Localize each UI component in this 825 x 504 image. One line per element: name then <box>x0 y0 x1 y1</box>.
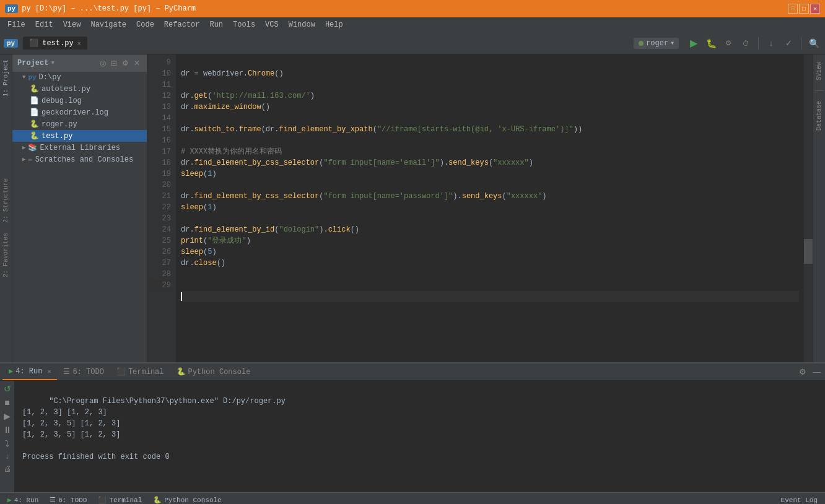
collapse-all-button[interactable]: ⊟ <box>109 58 119 68</box>
tree-item-label-extlibs: External Libraries <box>40 144 120 152</box>
todo-action-tab[interactable]: ☰ 6: TODO <box>45 495 92 504</box>
tree-item-label-rogerpy: roger.py <box>41 120 77 129</box>
tree-item-geckolog[interactable]: 📄 geckodriver.log <box>12 106 147 118</box>
project-dropdown-icon[interactable]: ▼ <box>51 60 54 66</box>
favorites-tab[interactable]: 2: Favorites <box>1 228 11 282</box>
tree-item-ext-libs[interactable]: ▶ 📚 External Libraries <box>12 142 147 154</box>
menu-code[interactable]: Code <box>131 19 159 30</box>
run-tab[interactable]: ▶ 4: Run ✕ <box>2 363 57 380</box>
python-console-tab[interactable]: 🐍 Python Console <box>170 363 257 380</box>
py-file-icon-test: 🐍 <box>30 131 39 141</box>
folder-expand-icon: ▼ <box>22 74 25 80</box>
run-minimize-button[interactable]: — <box>811 367 823 377</box>
bottom-panel: ▶ 4: Run ✕ ☰ 6: TODO ⬛ Terminal 🐍 Python… <box>0 362 825 492</box>
tree-item-testpy[interactable]: 🐍 test.py <box>12 130 147 142</box>
menu-window[interactable]: Window <box>284 19 320 30</box>
tree-item-debuglog[interactable]: 📄 debug.log <box>12 95 147 106</box>
run-settings-button[interactable]: ⚙ <box>797 367 808 377</box>
stop-button[interactable]: ■ <box>2 397 11 408</box>
tree-item-label-geckolog: geckodriver.log <box>41 108 108 117</box>
search-everywhere-button[interactable]: 🔍 <box>806 36 821 51</box>
run-output-text: "C:\Program Files\Python37\python.exe" D… <box>22 397 286 461</box>
python-console-label: Python Console <box>188 368 251 376</box>
maximize-button[interactable]: □ <box>799 4 809 14</box>
vcs-update-button[interactable]: ↓ <box>764 36 779 51</box>
titlebar-left: py py [D:\py] – ...\test.py [py] – PyCha… <box>5 4 196 13</box>
project-settings-button[interactable]: ⚙ <box>120 58 131 68</box>
tree-item-label-debuglog: debug.log <box>41 97 82 105</box>
run-left-tools: ↺ ■ ▶ ⏸ ⤵ ↓ 🖨 <box>0 381 15 492</box>
menu-edit[interactable]: Edit <box>30 19 58 30</box>
event-log-tab[interactable]: Event Log <box>776 495 823 505</box>
print-button[interactable]: 🖨 <box>2 464 13 474</box>
tree-item-autotest[interactable]: 🐍 autotest.py <box>12 83 147 95</box>
bottom-content: ↺ ■ ▶ ⏸ ⤵ ↓ 🖨 "C:\Program Files\Python37… <box>0 381 825 492</box>
run-action-tab[interactable]: ▶ 4: Run <box>2 495 43 504</box>
minimize-button[interactable]: — <box>788 4 798 14</box>
project-panel: Project ▼ ◎ ⊟ ⚙ ✕ ▼ py D:\py 🐍 autotest.… <box>12 54 147 362</box>
run-action-label: 4: Run <box>14 497 39 504</box>
menu-tools[interactable]: Tools <box>228 19 260 30</box>
menu-navigate[interactable]: Navigate <box>85 19 131 30</box>
debug-button[interactable]: 🐛 <box>704 36 718 51</box>
profiler-button[interactable]: ⏱ <box>738 36 753 51</box>
todo-tab[interactable]: ☰ 6: TODO <box>57 363 110 380</box>
log-file-icon-debug: 📄 <box>30 96 39 105</box>
rerun-button[interactable]: ↺ <box>2 383 13 394</box>
run-action-icon: ▶ <box>7 496 12 504</box>
menu-refactor[interactable]: Refactor <box>159 19 205 30</box>
run-tab-close[interactable]: ✕ <box>47 368 51 375</box>
menu-run[interactable]: Run <box>204 19 228 30</box>
toolbar-tab-test[interactable]: ⬛ test.py ✕ <box>23 37 87 50</box>
tree-item-label-autotest: autotest.py <box>41 85 90 93</box>
menu-view[interactable]: View <box>58 19 86 30</box>
todo-tab-label: 6: TODO <box>72 368 103 376</box>
tree-root-py[interactable]: ▼ py D:\py <box>12 72 147 83</box>
code-editor[interactable]: dr = webdriver.Chrome() dr.get('http://m… <box>176 54 804 362</box>
tree-item-scratches[interactable]: ▶ ✏ Scratches and Consoles <box>12 154 147 165</box>
sidebar-project-tab[interactable]: 1: Project <box>1 54 11 102</box>
database-tab[interactable]: Database <box>814 96 824 136</box>
code-minimap <box>804 54 813 362</box>
line-numbers: 9 10 11 12 13 14 15 16 17 18 19 20 21 22… <box>147 54 176 362</box>
close-button[interactable]: ✕ <box>810 4 820 14</box>
terminal-tab[interactable]: ⬛ Terminal <box>110 363 170 380</box>
tab-close-icon[interactable]: ✕ <box>77 40 81 47</box>
locate-file-button[interactable]: ◎ <box>98 58 108 68</box>
run-tab-label: 4: Run <box>15 367 42 376</box>
py-file-icon-roger: 🐍 <box>30 119 39 129</box>
ext-libs-expand-icon: ▶ <box>22 144 25 151</box>
vcs-commit-button[interactable]: ✓ <box>781 36 796 51</box>
run-with-coverage-button[interactable]: ⚙ <box>721 36 736 51</box>
run-tab-icon: ▶ <box>9 367 13 376</box>
project-close-button[interactable]: ✕ <box>132 58 142 68</box>
todo-action-label: 6: TODO <box>58 497 87 504</box>
terminal-action-label: Terminal <box>109 497 142 504</box>
run-config-selector[interactable]: roger ▼ <box>634 38 679 49</box>
menu-file[interactable]: File <box>2 19 30 30</box>
terminal-tab-label: Terminal <box>128 368 164 376</box>
python-console-action-tab[interactable]: 🐍 Python Console <box>148 495 226 504</box>
bottom-action-bar: ▶ 4: Run ☰ 6: TODO ⬛ Terminal 🐍 Python C… <box>0 492 825 504</box>
app-py-icon: py <box>5 4 18 13</box>
project-header-left: Project ▼ <box>17 59 55 67</box>
code-container[interactable]: 9 10 11 12 13 14 15 16 17 18 19 20 21 22… <box>147 54 813 362</box>
file-icon: ⬛ <box>29 38 38 48</box>
structure-tab[interactable]: 2: Structure <box>1 173 11 228</box>
ext-libs-icon: 📚 <box>28 143 37 152</box>
run-button[interactable]: ▶ <box>686 36 701 51</box>
scroll-to-end-button[interactable]: ↓ <box>4 451 11 461</box>
minimap-scroll-thumb[interactable] <box>804 239 813 264</box>
menu-help[interactable]: Help <box>320 19 348 30</box>
pause-button[interactable]: ⏸ <box>1 424 14 435</box>
step-over-button[interactable]: ⤵ <box>3 438 11 449</box>
tree-item-rogerpy[interactable]: 🐍 roger.py <box>12 118 147 130</box>
sview-tab[interactable]: SView <box>814 57 824 85</box>
menu-vcs[interactable]: VCS <box>260 19 284 30</box>
resume-button[interactable]: ▶ <box>2 411 12 422</box>
log-file-icon-gecko: 📄 <box>30 108 39 117</box>
terminal-action-tab[interactable]: ⬛ Terminal <box>93 495 147 504</box>
todo-action-icon: ☰ <box>50 496 56 504</box>
todo-tab-icon: ☰ <box>63 367 70 376</box>
left-structure-tabs: 2: Structure 2: Favorites <box>0 173 12 282</box>
